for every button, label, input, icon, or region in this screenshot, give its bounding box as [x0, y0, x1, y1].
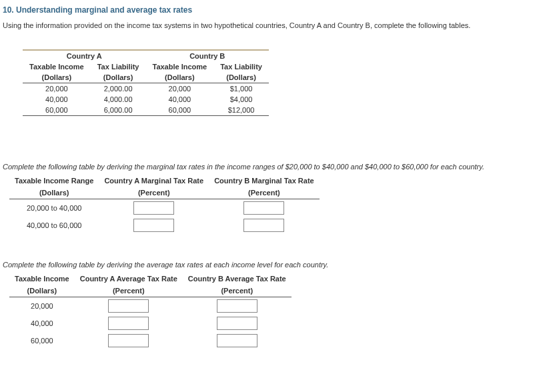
tax-liability-table: Country A Country B Taxable Income Tax L…: [23, 49, 269, 116]
cell: 4,000.00: [91, 94, 146, 105]
col-marginal-a: Country A Marginal Tax Rate: [99, 175, 209, 187]
income-cell: 40,000: [9, 315, 75, 332]
table-row: 60,000: [9, 332, 292, 349]
col-range: Taxable Income Range: [9, 175, 99, 187]
cell: 40,000: [145, 94, 213, 105]
marginal-instruction: Complete the following table by deriving…: [3, 163, 556, 171]
col-liab-b: Tax Liability: [213, 61, 269, 72]
unit-percent-b: (Percent): [209, 187, 320, 199]
income-cell: 20,000: [9, 297, 75, 315]
marginal-a-input-1[interactable]: [133, 201, 174, 215]
average-a-input-1[interactable]: [108, 299, 149, 313]
average-instruction: Complete the following table by deriving…: [3, 261, 556, 269]
table-row: 40,000 to 60,000: [9, 217, 320, 234]
col-income-a: Taxable Income: [23, 61, 91, 72]
marginal-b-input-2[interactable]: [243, 219, 284, 232]
cell: 20,000: [145, 83, 213, 95]
group-header-b: Country B: [145, 50, 268, 61]
average-a-input-2[interactable]: [108, 317, 149, 330]
intro-text: Using the information provided on the in…: [3, 21, 556, 29]
unit-a2: (Dollars): [91, 72, 146, 83]
col-average-a: Country A Average Tax Rate: [75, 273, 183, 285]
income-cell: 60,000: [9, 332, 75, 349]
cell: 60,000: [23, 105, 91, 116]
unit-percent-b: (Percent): [183, 285, 292, 297]
unit-range: (Dollars): [9, 187, 99, 199]
unit-b2: (Dollars): [213, 72, 269, 83]
table-row: 20,000 to 40,000: [9, 199, 320, 217]
unit-b1: (Dollars): [145, 72, 213, 83]
cell: $12,000: [213, 105, 269, 116]
col-average-b: Country B Average Tax Rate: [183, 273, 292, 285]
marginal-a-input-2[interactable]: [133, 219, 174, 232]
average-rate-table: Taxable Income Country A Average Tax Rat…: [9, 273, 292, 349]
marginal-b-input-1[interactable]: [243, 201, 284, 215]
cell: 6,000.00: [91, 105, 146, 116]
unit-percent-a: (Percent): [75, 285, 183, 297]
question-title: 10. Understanding marginal and average t…: [3, 5, 556, 15]
range-cell: 40,000 to 60,000: [9, 217, 99, 234]
table-row: 20,000: [9, 297, 292, 315]
table-row: 40,000 4,000.00 40,000 $4,000: [23, 94, 269, 105]
table-row: 40,000: [9, 315, 292, 332]
cell: 40,000: [23, 94, 91, 105]
table-row: 20,000 2,000.00 20,000 $1,000: [23, 83, 269, 95]
cell: 20,000: [23, 83, 91, 95]
unit-percent-a: (Percent): [99, 187, 209, 199]
group-header-a: Country A: [23, 50, 145, 61]
marginal-rate-table: Taxable Income Range Country A Marginal …: [9, 175, 320, 234]
cell: 2,000.00: [91, 83, 146, 95]
unit-a1: (Dollars): [23, 72, 91, 83]
cell: 60,000: [145, 105, 213, 116]
col-marginal-b: Country B Marginal Tax Rate: [209, 175, 320, 187]
table-row: 60,000 6,000.00 60,000 $12,000: [23, 105, 269, 116]
col-liab-a: Tax Liability: [91, 61, 146, 72]
average-b-input-2[interactable]: [217, 317, 257, 330]
average-a-input-3[interactable]: [108, 334, 149, 347]
average-b-input-3[interactable]: [217, 334, 257, 347]
cell: $1,000: [213, 83, 269, 95]
range-cell: 20,000 to 40,000: [9, 199, 99, 217]
unit-income: (Dollars): [9, 285, 75, 297]
col-income: Taxable Income: [9, 273, 75, 285]
cell: $4,000: [213, 94, 269, 105]
average-b-input-1[interactable]: [217, 299, 257, 313]
col-income-b: Taxable Income: [145, 61, 213, 72]
